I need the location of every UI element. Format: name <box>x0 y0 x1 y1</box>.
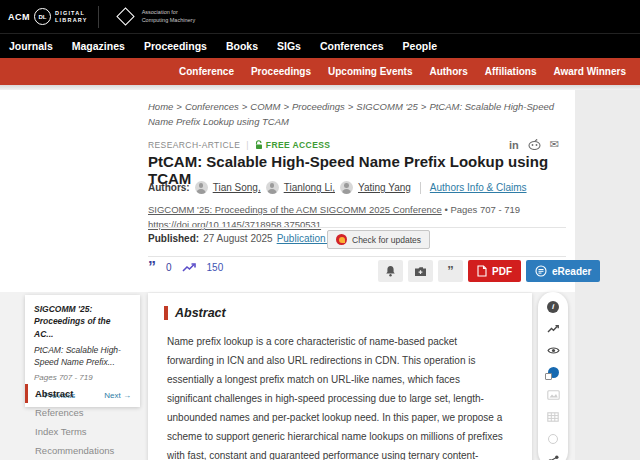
conference-nav: Conference Proceedings Upcoming Events A… <box>0 58 640 85</box>
abstract-heading-bar <box>164 306 168 320</box>
nav-people[interactable]: People <box>403 40 437 52</box>
nav-conferences[interactable]: Conferences <box>320 40 384 52</box>
share-icon[interactable] <box>547 454 560 460</box>
section-nav-index-terms[interactable]: Index Terms <box>25 422 140 441</box>
share-row: in ✉ <box>509 138 559 151</box>
crossmark-icon <box>336 234 347 245</box>
nav-magazines[interactable]: Magazines <box>72 40 125 52</box>
reddit-icon[interactable] <box>528 139 541 150</box>
nav-books[interactable]: Books <box>226 40 258 52</box>
authors-info-claims-link[interactable]: Authors Info & Claims <box>430 182 527 193</box>
confnav-award-winners[interactable]: Award Winners <box>553 66 626 77</box>
ereader-button[interactable]: eReader <box>526 260 600 282</box>
authors-divider <box>420 182 421 194</box>
author-avatar <box>340 181 353 194</box>
pages-label: Pages 707 - 719 <box>450 204 520 215</box>
action-buttons: ” PDF eReader <box>378 260 600 282</box>
section-nav-references[interactable]: References <box>25 403 140 422</box>
folder-plus-icon <box>414 266 427 277</box>
page: ACM DL DIGITALLIBRARY Association forCom… <box>0 0 640 460</box>
alerts-button[interactable] <box>378 260 403 282</box>
breadcrumb-proceedings[interactable]: Proceedings <box>292 101 345 112</box>
confnav-upcoming-events[interactable]: Upcoming Events <box>328 66 412 77</box>
citations-badge-icon[interactable] <box>547 366 560 379</box>
pdf-button[interactable]: PDF <box>468 260 521 282</box>
media-icon[interactable] <box>547 432 560 445</box>
section-nav-recommendations[interactable]: Recommendations <box>25 441 140 460</box>
confnav-authors[interactable]: Authors <box>429 66 467 77</box>
logo-divider <box>98 6 99 28</box>
downloads-trend-icon <box>182 262 197 273</box>
main-nav: Journals Magazines Proceedings Books SIG… <box>0 33 640 58</box>
acm-association-logo[interactable]: Association forComputing Machinery <box>109 9 196 23</box>
open-lock-icon <box>255 140 263 150</box>
breadcrumb-home[interactable]: Home <box>148 101 173 112</box>
nav-sigs[interactable]: SIGs <box>277 40 301 52</box>
downloads-count: 150 <box>207 262 224 273</box>
nav-proceedings[interactable]: Proceedings <box>144 40 207 52</box>
metrics-row: ” 0 150 <box>148 262 223 273</box>
bell-icon <box>385 265 396 277</box>
breadcrumb: Home>Conferences>COMM>Proceedings>SIGCOM… <box>148 100 568 129</box>
acm-diamond-icon <box>116 7 134 25</box>
published-date: 27 August 2025 <box>203 233 273 244</box>
doi-link[interactable]: https://doi.org/10.1145/3718958.3750531 <box>148 217 321 232</box>
add-to-collection-button[interactable] <box>408 260 433 282</box>
info-icon[interactable]: i <box>547 300 560 313</box>
top-brand-bar: ACM DL DIGITALLIBRARY Association forCom… <box>0 0 640 33</box>
tables-icon[interactable] <box>547 410 560 423</box>
association-text: Association forComputing Machinery <box>142 9 196 23</box>
venue-link[interactable]: SIGCOMM '25: Proceedings of the ACM SIGC… <box>148 204 442 215</box>
abstract-text: Name prefix lookup is a core characteris… <box>167 332 506 460</box>
nav-journals[interactable]: Journals <box>9 40 53 52</box>
digital-library-text: DIGITALLIBRARY <box>55 10 88 24</box>
author-avatar <box>195 181 208 194</box>
check-for-updates-button[interactable]: Check for updates <box>327 230 430 249</box>
authors-row: Authors: Tian Song, Tianlong Li, Yating … <box>148 181 527 194</box>
proceeding-title-link[interactable]: SIGCOMM '25: Proceedings of the AC... <box>34 303 131 340</box>
confnav-conference[interactable]: Conference <box>179 66 234 77</box>
pdf-file-icon <box>477 265 487 277</box>
current-paper-title: PtCAM: Scalable High-Speed Name Prefix..… <box>34 344 131 369</box>
author-link[interactable]: Tian Song, <box>213 182 261 193</box>
authors-label: Authors: <box>148 182 190 193</box>
view-icon[interactable] <box>547 344 560 357</box>
acm-dl-logo[interactable]: ACM DL DIGITALLIBRARY <box>0 8 88 25</box>
divider <box>148 227 566 228</box>
acm-logo-text: ACM <box>8 12 30 22</box>
breadcrumb-conferences[interactable]: Conferences <box>185 101 239 112</box>
acm-dl-gear-icon: DL <box>34 8 51 25</box>
author-avatar <box>266 181 279 194</box>
breadcrumb-comm[interactable]: COMM <box>250 101 280 112</box>
article-tools-pill: i <box>538 292 568 460</box>
confnav-affiliations[interactable]: Affiliations <box>485 66 537 77</box>
email-icon[interactable]: ✉ <box>550 138 559 151</box>
cite-button[interactable]: ” <box>438 260 463 282</box>
abstract-card: Abstract Name prefix lookup is a core ch… <box>148 293 532 460</box>
section-nav: Abstract References Index Terms Recommen… <box>25 384 140 460</box>
author-link[interactable]: Tianlong Li, <box>284 182 335 193</box>
article-type-row: RESEARCH-ARTICLE | FREE ACCESS <box>148 140 330 150</box>
abstract-heading: Abstract <box>164 306 532 320</box>
author-link[interactable]: Yating Yang <box>358 182 411 193</box>
linkedin-icon[interactable]: in <box>509 139 519 151</box>
cite-quote-icon: ” <box>447 267 454 275</box>
citation-icon: ” <box>148 263 156 273</box>
card-pages: Pages 707 - 719 <box>34 373 131 382</box>
free-access-badge: FREE ACCESS <box>255 140 331 150</box>
ereader-icon <box>535 265 547 277</box>
confnav-proceedings[interactable]: Proceedings <box>251 66 311 77</box>
metrics-icon[interactable] <box>547 322 560 335</box>
citation-count: 0 <box>166 262 172 273</box>
figures-icon[interactable] <box>547 388 560 401</box>
divider <box>148 256 566 257</box>
article-type-label: RESEARCH-ARTICLE <box>148 140 240 150</box>
published-label: Published: <box>148 233 199 244</box>
breadcrumb-sigcomm25[interactable]: SIGCOMM '25 <box>356 101 417 112</box>
section-nav-abstract[interactable]: Abstract <box>25 384 140 403</box>
